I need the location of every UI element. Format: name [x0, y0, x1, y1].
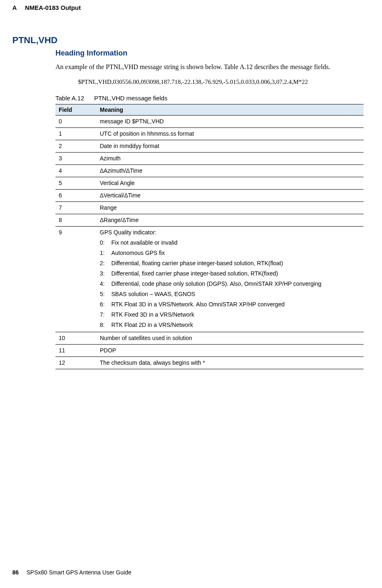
appendix-letter: A — [12, 4, 17, 11]
field-cell: 11 — [55, 345, 97, 357]
table-row: 8ΔRange/ΔTime — [55, 214, 364, 227]
quality-item: 7:RTK Fixed 3D in a VRS/Network — [100, 310, 360, 320]
meaning-cell: GPS Quality indicator:0:Fix not availabl… — [97, 227, 364, 332]
example-message: $PTNL,VHD,030556.00,093098,187.718,-22.1… — [78, 78, 339, 86]
field-cell: 9 — [55, 227, 97, 332]
table-row: 7Range — [55, 202, 364, 214]
quality-text: Fix not available or invalid — [111, 238, 360, 247]
quality-item: 8:RTK Float 2D in a VRS/Network — [100, 320, 360, 330]
table-row: 1UTC of position in hhmmss.ss format — [55, 128, 364, 140]
page-number: 86 — [12, 569, 19, 576]
quality-text: Differential, fixed carrier phase intege… — [111, 269, 360, 278]
meaning-cell: Range — [97, 202, 364, 214]
page-content: PTNL,VHD Heading Information An example … — [0, 14, 382, 369]
intro-paragraph: An example of the PTNL,VHD message strin… — [55, 63, 364, 72]
appendix-title: NMEA-0183 Output — [25, 4, 81, 11]
field-cell: 1 — [55, 128, 97, 140]
table-row: 3Azimuth — [55, 153, 364, 165]
quality-item: 6:RTK Float 3D in a VRS/Network. Also Om… — [100, 299, 360, 310]
field-cell: 3 — [55, 153, 97, 165]
quality-num: 2: — [100, 259, 111, 268]
page-header: A NMEA-0183 Output — [0, 0, 382, 14]
table-row: 11PDOP — [55, 345, 364, 357]
table-row: 0message ID $PTNL,VHD — [55, 116, 364, 128]
field-cell: 10 — [55, 332, 97, 345]
table-row: 12The checksum data, always begins with … — [55, 357, 364, 369]
quality-num: 6: — [100, 300, 111, 309]
quality-text: SBAS solution – WAAS, EGNOS — [111, 290, 360, 299]
quality-num: 5: — [100, 290, 111, 299]
quality-text: Differential, code phase only solution (… — [111, 280, 360, 288]
field-cell: 8 — [55, 214, 97, 227]
field-cell: 0 — [55, 116, 97, 128]
meaning-cell: ΔVertical/ΔTime — [97, 190, 364, 202]
meaning-cell: Date in mmddyy format — [97, 140, 364, 153]
table-caption: Table A.12 PTNL,VHD message fields — [55, 95, 364, 102]
table-row: 5Vertical Angle — [55, 177, 364, 190]
quality-num: 1: — [100, 249, 111, 257]
meaning-cell: Number of satellites used in solution — [97, 332, 364, 345]
quality-text: Differential, floating carrier phase int… — [111, 259, 360, 268]
meaning-cell: ΔRange/ΔTime — [97, 214, 364, 227]
quality-list: 0:Fix not available or invalid1:Autonomo… — [100, 238, 360, 330]
quality-num: 3: — [100, 269, 111, 278]
table-row: 9GPS Quality indicator:0:Fix not availab… — [55, 227, 364, 332]
column-header-field: Field — [55, 104, 97, 116]
field-cell: 5 — [55, 177, 97, 190]
table-row: 4ΔAzimuth/ΔTime — [55, 165, 364, 177]
field-cell: 2 — [55, 140, 97, 153]
field-cell: 12 — [55, 357, 97, 369]
quality-item: 5:SBAS solution – WAAS, EGNOS — [100, 289, 360, 299]
section-subheading: Heading Information — [55, 49, 364, 58]
quality-item: 3:Differential, fixed carrier phase inte… — [100, 269, 360, 279]
quality-num: 7: — [100, 310, 111, 319]
table-header-row: Field Meaning — [55, 104, 364, 116]
quality-item: 2:Differential, floating carrier phase i… — [100, 258, 360, 269]
table-row: 2Date in mmddyy format — [55, 140, 364, 153]
quality-item: 0:Fix not available or invalid — [100, 238, 360, 248]
quality-text: RTK Float 2D in a VRS/Network — [111, 321, 360, 329]
section-heading: PTNL,VHD — [12, 35, 364, 46]
field-cell: 4 — [55, 165, 97, 177]
meaning-cell: Vertical Angle — [97, 177, 364, 190]
meaning-cell: UTC of position in hhmmss.ss format — [97, 128, 364, 140]
field-cell: 6 — [55, 190, 97, 202]
quality-num: 8: — [100, 321, 111, 329]
meaning-cell: ΔAzimuth/ΔTime — [97, 165, 364, 177]
table-title: PTNL,VHD message fields — [94, 95, 167, 102]
quality-text: Autonomous GPS fix — [111, 249, 360, 257]
quality-item: 1:Autonomous GPS fix — [100, 248, 360, 258]
meaning-cell: Azimuth — [97, 153, 364, 165]
meaning-cell: PDOP — [97, 345, 364, 357]
quality-num: 0: — [100, 238, 111, 247]
table-number: Table A.12 — [55, 95, 84, 102]
book-title: SPSx80 Smart GPS Antenna User Guide — [26, 569, 131, 576]
quality-item: 4:Differential, code phase only solution… — [100, 279, 360, 289]
table-body: 0message ID $PTNL,VHD1UTC of position in… — [55, 116, 364, 369]
quality-num: 4: — [100, 280, 111, 288]
page-footer: 86 SPSx80 Smart GPS Antenna User Guide — [12, 569, 131, 576]
meaning-cell: message ID $PTNL,VHD — [97, 116, 364, 128]
column-header-meaning: Meaning — [97, 104, 364, 116]
quality-text: RTK Float 3D in a VRS/Network. Also Omni… — [111, 300, 360, 309]
table-row: 10Number of satellites used in solution — [55, 332, 364, 345]
meaning-cell: The checksum data, always begins with * — [97, 357, 364, 369]
quality-text: RTK Fixed 3D in a VRS/Network — [111, 310, 360, 319]
fields-table: Field Meaning 0message ID $PTNL,VHD1UTC … — [55, 104, 364, 369]
field-cell: 7 — [55, 202, 97, 214]
table-row: 6ΔVertical/ΔTime — [55, 190, 364, 202]
quality-label: GPS Quality indicator: — [100, 228, 360, 237]
